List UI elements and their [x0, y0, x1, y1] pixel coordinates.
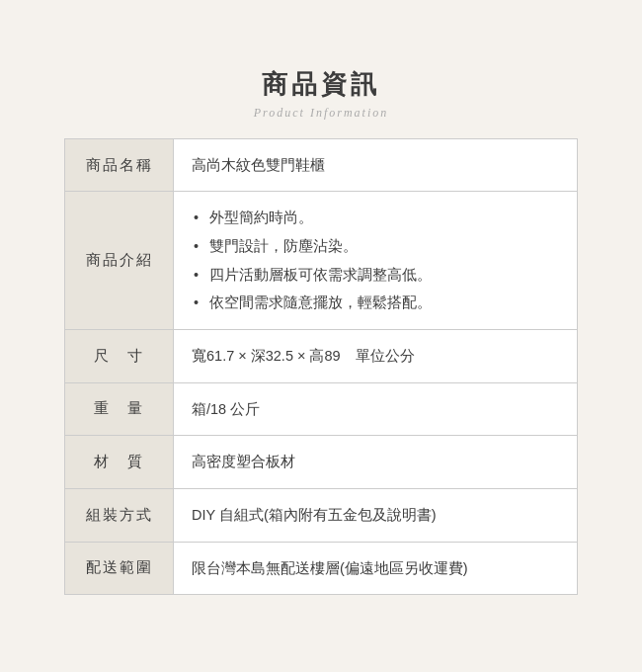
- table-row: 配送範圍 限台灣本島無配送樓層(偏遠地區另收運費): [65, 543, 577, 595]
- value-product-name: 高尚木紋色雙門鞋櫃: [174, 139, 577, 192]
- bullet-list: 外型簡約時尚。 雙門設計，防塵沾染。 四片活動層板可依需求調整高低。 依空間需求…: [192, 206, 432, 315]
- value-assembly: DIY 自組式(箱內附有五金包及說明書): [174, 489, 577, 542]
- card-header: 商品資訊 Product Information: [64, 67, 578, 121]
- label-material: 材 質: [65, 436, 174, 488]
- label-weight: 重 量: [65, 383, 174, 436]
- value-weight: 箱/18 公斤: [174, 383, 577, 436]
- label-product-name: 商品名稱: [65, 139, 174, 192]
- list-item: 雙門設計，防塵沾染。: [192, 234, 432, 259]
- table-row: 商品介紹 外型簡約時尚。 雙門設計，防塵沾染。 四片活動層板可依需求調整高低。 …: [65, 192, 577, 330]
- page-subtitle: Product Information: [64, 106, 578, 121]
- table-row: 組裝方式 DIY 自組式(箱內附有五金包及說明書): [65, 489, 577, 543]
- product-info-card: 商品資訊 Product Information 商品名稱 高尚木紋色雙門鞋櫃 …: [35, 47, 607, 625]
- table-row: 商品名稱 高尚木紋色雙門鞋櫃: [65, 139, 577, 193]
- list-item: 外型簡約時尚。: [192, 206, 432, 230]
- table-row: 重 量 箱/18 公斤: [65, 383, 577, 437]
- page-title: 商品資訊: [64, 67, 578, 102]
- value-material: 高密度塑合板材: [174, 436, 577, 488]
- label-product-intro: 商品介紹: [65, 192, 174, 329]
- value-product-intro: 外型簡約時尚。 雙門設計，防塵沾染。 四片活動層板可依需求調整高低。 依空間需求…: [174, 192, 577, 329]
- table-row: 材 質 高密度塑合板材: [65, 436, 577, 489]
- list-item: 依空間需求隨意擺放，輕鬆搭配。: [192, 291, 432, 315]
- label-dimensions: 尺 寸: [65, 330, 174, 382]
- list-item: 四片活動層板可依需求調整高低。: [192, 263, 432, 288]
- label-assembly: 組裝方式: [65, 489, 174, 542]
- label-delivery: 配送範圍: [65, 543, 174, 595]
- value-delivery: 限台灣本島無配送樓層(偏遠地區另收運費): [174, 543, 577, 595]
- info-table: 商品名稱 高尚木紋色雙門鞋櫃 商品介紹 外型簡約時尚。 雙門設計，防塵沾染。 四…: [64, 138, 578, 595]
- table-row: 尺 寸 寬61.7 × 深32.5 × 高89 單位公分: [65, 330, 577, 383]
- value-dimensions: 寬61.7 × 深32.5 × 高89 單位公分: [174, 330, 577, 382]
